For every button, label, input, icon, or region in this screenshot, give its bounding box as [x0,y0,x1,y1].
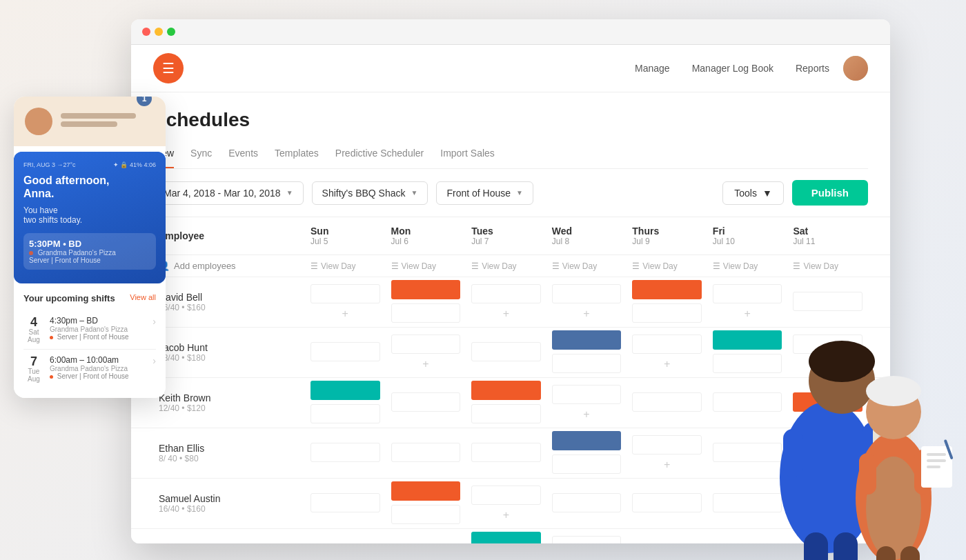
shift-cell-samuel2-mon[interactable] [386,534,466,543]
chevron-down-icon: ▼ [286,189,293,197]
shift-cell-keith-fri[interactable] [707,383,788,422]
shift-cell-jacob-sat[interactable]: + [787,332,868,373]
svg-rect-21 [927,466,940,468]
mobile-line [61,121,117,127]
list-icon: ☰ [552,261,560,271]
shift-cell-ethan-wed[interactable] [546,428,627,478]
nav-manage[interactable]: Manage [635,63,670,74]
shift-cell-samuel1-sun[interactable] [305,484,386,523]
list-icon: ☰ [713,261,720,271]
department-dropdown[interactable]: Front of House ▼ [436,181,533,205]
nav-reports[interactable]: Reports [796,63,829,74]
tab-sync[interactable]: Sync [190,142,212,168]
shift-cell-samuel1-thurs[interactable] [627,484,707,523]
shift-cell-samuel2-sat[interactable] [787,534,868,543]
shift-cell-david-wed[interactable]: + [546,281,627,323]
svg-rect-25 [900,546,920,560]
shift-cell-ethan-mon[interactable] [386,434,466,472]
shift-cell-samuel1-sat[interactable] [787,484,868,523]
add-shift-icon[interactable]: + [471,308,541,320]
view-day-cell-fri: ☰ View Day [707,255,788,277]
shift-cell-ethan-fri[interactable] [707,434,788,472]
traffic-light-red[interactable] [142,28,150,36]
shift-cell-keith-tues[interactable] [466,378,546,428]
view-all-link[interactable]: View all [130,293,156,303]
view-day-sat-button[interactable]: ☰ View Day [793,261,838,271]
add-shift-icon[interactable]: + [391,358,461,370]
day-header-mon: Mon Jul 6 [386,217,466,254]
shift-cell-david-sun[interactable]: + [305,281,386,323]
shift-cell-jacob-tues[interactable] [466,333,546,372]
shift-cell-keith-sun[interactable] [305,378,386,428]
employee-info-samuel-austin-2: Samuel Austin 0/40 • $0 [153,538,305,543]
mobile-phone: FRI, AUG 3 →27°c ✦ 🔒 41% 4:06 Good after… [14,152,166,283]
schedule-toolbar: Mar 4, 2018 - Mar 10, 2018 ▼ Shifty's BB… [131,169,890,217]
avatar[interactable] [843,56,868,81]
date-range-dropdown[interactable]: Mar 4, 2018 - Mar 10, 2018 ▼ [153,181,304,205]
add-shift-icon[interactable]: + [471,509,541,521]
tab-import-sales[interactable]: Import Sales [440,142,495,168]
upcoming-date: 4 Sat Aug [23,316,44,343]
shift-cell-samuel2-thurs[interactable] [627,534,707,543]
shift-cell-keith-wed[interactable]: + [546,382,627,423]
shift-cell-keith-mon[interactable] [386,383,466,422]
upcoming-date: 7 Tue Aug [23,355,44,383]
shift-cell-samuel2-sun[interactable] [305,534,386,543]
shift-cell-samuel1-wed[interactable] [546,484,627,523]
shift-cell-keith-thurs[interactable] [627,383,707,422]
shift-cell-jacob-wed[interactable] [546,328,627,377]
shift-cell-david-tues[interactable]: + [466,281,546,323]
shift-cell-david-sat[interactable] [787,283,868,321]
list-icon: ☰ [471,261,479,271]
employee-row: Jacob Hunt 18/40 • $180 + + [131,328,890,378]
employee-info-jacob-hunt: Jacob Hunt 18/40 • $180 [153,337,305,368]
shift-cell-ethan-sun[interactable] [305,434,386,472]
location-dropdown[interactable]: Shifty's BBQ Shack ▼ [312,181,428,205]
tab-templates[interactable]: Templates [275,142,319,168]
shift-cell-samuel2-wed[interactable]: + [546,533,627,543]
shift-cell-samuel2-tues[interactable] [466,529,546,543]
shift-cell-ethan-sat[interactable] [787,434,868,472]
add-shift-icon[interactable]: + [552,308,622,320]
publish-button[interactable]: Publish [792,180,868,206]
shift-cell-jacob-mon[interactable]: + [386,332,466,373]
shift-cell-david-thurs[interactable] [627,277,707,327]
shift-cell-ethan-tues[interactable] [466,434,546,472]
add-shift-icon[interactable]: + [552,408,622,421]
shift-cell-samuel1-mon[interactable] [386,479,466,528]
view-day-thurs-button[interactable]: ☰ View Day [632,261,677,271]
add-shift-icon[interactable]: + [310,308,380,320]
shift-cell-samuel1-tues[interactable]: + [466,483,546,524]
svg-rect-22 [944,439,954,460]
svg-rect-20 [927,459,946,462]
add-shift-icon[interactable]: + [793,358,862,370]
add-employees-button[interactable]: 👤 Add employees [159,261,236,271]
shift-cell-keith-sat[interactable] [787,383,868,422]
add-shift-icon[interactable]: + [632,358,702,370]
view-day-mon-button[interactable]: ☰ View Day [391,261,436,271]
view-day-fri-button[interactable]: ☰ View Day [713,261,758,271]
tab-predictive-scheduler[interactable]: Predictive Scheduler [335,142,424,168]
upcoming-detail: 6:00am – 10:00am Grandma Padano's Pizza … [44,355,152,380]
view-day-tues-button[interactable]: ☰ View Day [471,261,516,271]
shift-cell-david-mon[interactable] [386,277,466,327]
shift-cell-jacob-sun[interactable] [305,333,386,372]
nav-log-book[interactable]: Manager Log Book [692,63,773,74]
view-day-cell-wed: ☰ View Day [546,255,627,277]
shift-cell-jacob-thurs[interactable]: + [627,332,707,373]
tools-button[interactable]: Tools ▼ [722,181,784,205]
shift-cell-samuel1-fri[interactable] [707,484,788,523]
shift-cell-david-fri[interactable]: + [707,281,788,323]
add-shift-icon[interactable]: + [632,459,702,471]
shift-cell-samuel2-fri[interactable] [707,534,788,543]
view-day-wed-button[interactable]: ☰ View Day [552,261,597,271]
tab-events[interactable]: Events [228,142,258,168]
traffic-light-green[interactable] [167,28,175,36]
add-shift-icon[interactable]: + [713,308,782,320]
avatar-image [843,56,868,81]
traffic-light-yellow[interactable] [155,28,163,36]
header-nav: Manage Manager Log Book Reports [635,63,829,74]
shift-cell-ethan-thurs[interactable]: + [627,432,707,474]
shift-cell-jacob-fri[interactable] [707,328,788,377]
view-day-sun-button[interactable]: ☰ View Day [310,261,355,271]
